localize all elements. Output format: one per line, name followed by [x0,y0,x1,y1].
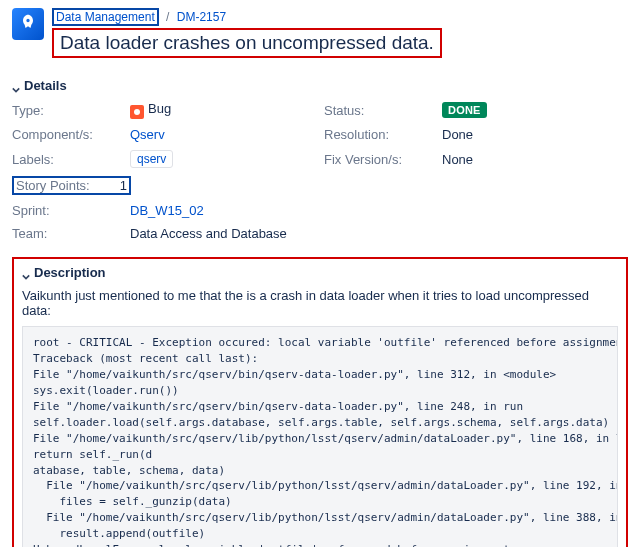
stack-trace: root - CRITICAL - Exception occured: loc… [22,326,618,547]
storypoints-label: Story Points: [16,178,90,193]
sprint-link[interactable]: DB_W15_02 [130,203,204,218]
breadcrumb-issue-link[interactable]: DM-2157 [177,10,226,24]
header-text: Data Management / DM-2157 Data loader cr… [52,8,628,58]
fixversion-value: None [442,152,628,167]
components-link[interactable]: Qserv [130,127,165,142]
details-heading: Details [24,78,67,93]
storypoints-value: 1 [120,178,127,193]
details-section-header[interactable]: Details [12,78,628,93]
breadcrumb-separator: / [166,10,169,24]
status-value: DONE [442,102,628,118]
status-label: Status: [324,103,434,118]
description-heading: Description [34,265,106,280]
labels-label: Labels: [12,152,122,167]
label-tag[interactable]: qserv [130,150,173,168]
breadcrumb: Data Management / DM-2157 [52,8,628,26]
chevron-down-icon [22,269,30,277]
status-lozenge[interactable]: DONE [442,102,487,118]
components-value: Qserv [130,127,316,142]
description-section: Description Vaikunth just mentioned to m… [12,257,628,547]
issue-title[interactable]: Data loader crashes on uncompressed data… [52,28,442,58]
details-section: Details Type: Bug Status: DONE Component… [12,78,628,241]
resolution-value: Done [442,127,628,142]
team-value: Data Access and Database [130,226,628,241]
label-link[interactable]: qserv [137,152,166,166]
rocket-icon [18,13,38,36]
team-label: Team: [12,226,122,241]
type-label: Type: [12,103,122,118]
fixversion-label: Fix Version/s: [324,152,434,167]
resolution-label: Resolution: [324,127,434,142]
sprint-label: Sprint: [12,203,122,218]
components-label: Component/s: [12,127,122,142]
details-grid: Type: Bug Status: DONE Component/s: Qser… [12,101,628,241]
breadcrumb-project-link[interactable]: Data Management [56,10,155,24]
storypoints-row: Story Points: 1 [12,176,316,195]
type-value: Bug [130,101,316,119]
description-intro: Vaikunth just mentioned to me that the i… [22,288,618,318]
chevron-down-icon [12,82,20,90]
issue-header: Data Management / DM-2157 Data loader cr… [12,8,628,58]
labels-value: qserv [130,150,316,168]
bug-icon [130,105,144,119]
description-section-header[interactable]: Description [22,265,618,280]
project-avatar [12,8,44,40]
type-text: Bug [148,101,171,116]
description-body[interactable]: Vaikunth just mentioned to me that the i… [22,288,618,547]
sprint-value: DB_W15_02 [130,203,628,218]
